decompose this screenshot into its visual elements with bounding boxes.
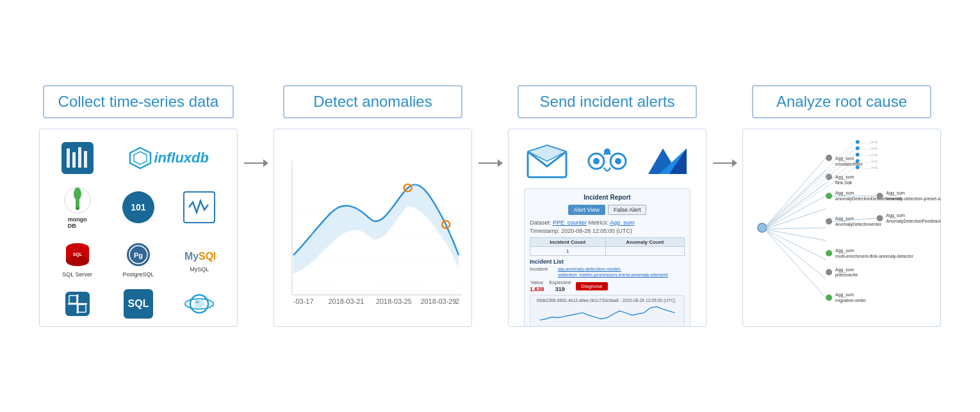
logo-grafana [61, 142, 94, 174]
svg-marker-30 [263, 159, 268, 167]
svg-text:Agg_sum: Agg_sum [835, 248, 854, 253]
incident-info: Dataset: PPE_counter Metrics: Agg_sum Ti… [530, 219, 685, 235]
svg-text:SQL: SQL [72, 252, 82, 257]
svg-text:09db2368-0662-4e12-a6ee-0b1c73: 09db2368-0662-4e12-a6ee-0b1c732e3aa8 - 2… [537, 298, 676, 303]
arrow-3 [712, 155, 737, 171]
svg-text:anomaly-detection-preset-alven: anomaly-detection-preset-alvent [886, 196, 940, 202]
step-alert-label-box: Send incident alerts [518, 85, 697, 118]
svg-point-97 [826, 294, 832, 301]
svg-point-51 [593, 158, 600, 164]
svg-point-10 [76, 207, 79, 210]
svg-text:flink.Sdk: flink.Sdk [835, 180, 853, 185]
logo-mongodb: mongoDB [63, 186, 92, 229]
svg-marker-46 [498, 159, 503, 167]
svg-line-61 [767, 158, 826, 226]
email-icon [525, 142, 569, 180]
svg-point-8 [74, 187, 81, 200]
svg-point-91 [826, 250, 832, 257]
svg-text:2018-03-29: 2018-03-29 [421, 297, 457, 305]
alert-view-btn[interactable]: Alert View [568, 205, 605, 215]
incident-report-panel: Incident Report Alert View False Alert D… [524, 188, 690, 327]
svg-text:Agg_sum: Agg_sum [835, 267, 854, 273]
svg-point-71 [826, 155, 832, 161]
svg-text:AnomalyDetectionFeedbackTaken: AnomalyDetectionFeedbackTaken [886, 219, 940, 224]
arrow-2 [477, 155, 503, 171]
svg-rect-1 [67, 148, 70, 168]
svg-line-62 [767, 171, 826, 226]
svg-text:My: My [184, 251, 199, 262]
diagnose-btn[interactable]: Diagnose [576, 282, 608, 290]
incident-values-row: Value 1,638 Expected 319 Diagnose [530, 280, 685, 292]
logo-hbase [63, 289, 92, 319]
svg-rect-2 [72, 152, 76, 168]
svg-line-63 [767, 183, 826, 227]
step-collect-label: Collect time-series data [58, 93, 219, 110]
svg-text:2018-03-25: 2018-03-25 [376, 297, 412, 305]
logo-planet [183, 289, 215, 319]
incident-list-title: Incident List [530, 258, 685, 265]
svg-marker-5 [130, 148, 151, 168]
arrow-1 [243, 155, 268, 171]
svg-line-67 [767, 230, 826, 241]
incident-row: Incident aiq.anomaly-detection-model-sel… [530, 266, 685, 278]
graph-svg: Agg_sum smallalertfilter Agg_sum flink.S… [743, 129, 940, 326]
svg-text:..........n=1: ..........n=1 [861, 140, 878, 144]
svg-rect-9 [76, 200, 79, 209]
svg-point-107 [856, 153, 860, 157]
logo-waveform [183, 191, 215, 223]
incident-report-btns: Alert View False Alert [530, 205, 685, 215]
alerts-panel: Incident Report Alert View False Alert D… [509, 129, 706, 326]
svg-point-94 [826, 269, 832, 276]
svg-text:Pg: Pg [134, 251, 143, 259]
svg-point-28 [195, 301, 199, 303]
false-alert-btn[interactable]: False Alert [608, 205, 647, 215]
step-collect-image: influxdb mongoDB 101 [39, 129, 238, 327]
svg-line-66 [767, 228, 826, 229]
svg-marker-48 [528, 145, 566, 161]
svg-text:AnomalyDetectionenter: AnomalyDetectionenter [835, 222, 882, 227]
svg-marker-6 [134, 152, 147, 164]
step-analyze: Analyze root cause [742, 85, 941, 327]
svg-text:SQL: SQL [199, 251, 215, 262]
svg-point-80 [877, 193, 883, 199]
svg-point-105 [856, 140, 860, 144]
svg-text:..........n=1: ..........n=1 [861, 166, 878, 170]
svg-text:..........n=1: ..........n=1 [861, 153, 878, 157]
logo-influxdb: influxdb [129, 147, 209, 170]
svg-text:-03-17: -03-17 [293, 297, 314, 305]
step-alert-image: Incident Report Alert View False Alert D… [508, 129, 706, 327]
step-alert-label: Send incident alerts [540, 93, 675, 110]
svg-point-84 [826, 218, 832, 225]
anomaly-chart: -03-17 2018-03-21 2018-03-25 2018-03-29 … [287, 142, 465, 307]
svg-rect-4 [84, 151, 87, 168]
incident-link[interactable]: aiq.anomaly-detection-model-selection_me… [558, 266, 685, 278]
svg-text:Agg_sum: Agg_sum [886, 213, 906, 218]
logo-sqlserver: SQL SQL Server [62, 241, 92, 278]
step-alert: Send incident alerts [508, 85, 706, 327]
svg-point-109 [856, 166, 860, 170]
svg-text:multi-enrichment-flink-anomaly: multi-enrichment-flink-anomaly-detector [835, 254, 914, 259]
svg-point-77 [826, 193, 832, 199]
svg-text:Agg_sum: Agg_sum [886, 191, 906, 196]
mini-chart: 09db2368-0662-4e12-a6ee-0b1c732e3aa8 - 2… [530, 295, 685, 327]
step-detect: Detect anomalies [274, 85, 472, 327]
svg-point-13 [66, 256, 89, 266]
step-detect-label-box: Detect anomalies [283, 85, 462, 118]
svg-point-53 [604, 148, 610, 155]
svg-line-70 [767, 232, 826, 297]
svg-rect-3 [78, 147, 81, 168]
svg-point-108 [856, 159, 860, 163]
step-detect-image: -03-17 2018-03-21 2018-03-25 2018-03-29 … [274, 129, 472, 327]
svg-rect-0 [61, 142, 94, 174]
incident-counts-table: Incident Count Anomaly Count 1 [530, 237, 685, 256]
svg-text:Agg_sum: Agg_sum [835, 191, 854, 196]
svg-text:..........n=1: ..........n=1 [861, 159, 878, 163]
svg-text:2: 2 [455, 297, 459, 305]
step-detect-label: Detect anomalies [313, 93, 432, 110]
svg-point-87 [877, 215, 883, 221]
logo-sql-blue: SQL [124, 289, 153, 319]
azure-icon [645, 142, 690, 180]
step-analyze-label-box: Analyze root cause [752, 85, 931, 118]
svg-text:..........n=1: ..........n=1 [861, 147, 878, 150]
logo-mysql: My SQL MySQL [183, 246, 215, 273]
